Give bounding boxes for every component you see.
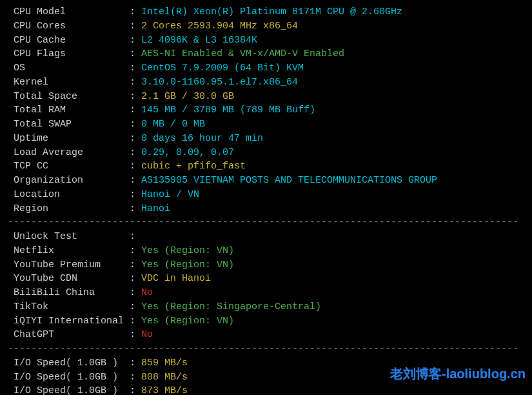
system-row: CPU Flags : AES-NI Enabled & VM-x/AMD-V … [8,47,524,61]
section-divider: ----------------------------------------… [8,342,524,356]
system-row: Organization : AS135905 VIETNAM POSTS AN… [8,174,524,188]
field-value: No [141,287,153,298]
colon-separator: : [130,6,141,17]
system-row: Location : Hanoi / VN [8,188,524,202]
field-value: CentOS 7.9.2009 (64 Bit) KVM [141,63,304,74]
colon-separator: : [130,21,141,32]
colon-separator: : [130,273,141,284]
field-value: 2.1 GB / 30.0 GB [141,91,234,102]
unlock-row: YouTube CDN : VDC in Hanoi [8,272,524,286]
colon-separator: : [130,63,141,74]
colon-separator: : [130,161,141,172]
field-label: Netflix [8,245,130,256]
colon-separator: : [130,385,141,395]
field-value: 3.10.0-1160.95.1.el7.x86_64 [141,77,298,88]
field-value: Yes (Region: VN) [141,316,234,327]
unlock-row: ChatGPT : No [8,328,524,342]
field-value: 145 MB / 3789 MB (789 MB Buff) [141,105,315,116]
system-row: OS : CentOS 7.9.2009 (64 Bit) KVM [8,61,524,76]
field-label: Organization [8,175,130,186]
field-label: iQIYI International [8,316,130,327]
colon-separator: : [130,203,141,214]
unlock-header: Unlock Test : [8,230,524,244]
field-label: I/O Speed( 1.0GB ) [8,358,130,369]
field-value: Yes (Region: Singapore-Central) [141,301,321,312]
field-label: Unlock Test [8,231,130,242]
colon-separator: : [130,287,141,298]
field-value: Yes (Region: VN) [141,245,234,256]
field-label: Total Space [8,91,130,102]
terminal-output: CPU Model : Intel(R) Xeon(R) Platinum 81… [8,5,524,395]
field-value: 808 MB/s [141,372,188,383]
colon-separator: : [130,105,141,116]
field-label: YouTube Premium [8,259,130,270]
field-value: Hanoi / VN [141,189,199,200]
field-value: Yes (Region: VN) [141,259,234,270]
section-divider: ----------------------------------------… [8,216,524,230]
io-row: I/O Speed( 1.0GB ) : 873 MB/s [8,384,524,395]
field-label: CPU Flags [8,48,130,59]
field-value: cubic + pfifo_fast [141,161,246,172]
colon-separator: : [130,316,141,327]
field-value: No [141,329,153,340]
system-row: Kernel : 3.10.0-1160.95.1.el7.x86_64 [8,76,524,90]
colon-separator: : [130,329,141,340]
field-value: Intel(R) Xeon(R) Platinum 8171M CPU @ 2.… [141,6,402,17]
field-label: TCP CC [8,161,130,172]
system-row: Total Space : 2.1 GB / 30.0 GB [8,90,524,104]
system-row: TCP CC : cubic + pfifo_fast [8,159,524,174]
field-label: Location [8,189,130,200]
field-value: VDC in Hanoi [141,273,211,284]
colon-separator: : [130,372,141,383]
colon-separator: : [130,231,141,242]
field-value: 0 days 16 hour 47 min [141,133,263,144]
system-row: CPU Cache : L2 4096K & L3 16384K [8,34,524,48]
field-value: AES-NI Enabled & VM-x/AMD-V Enabled [141,48,344,59]
io-row: I/O Speed( 1.0GB ) : 808 MB/s [8,370,524,385]
colon-separator: : [130,189,141,200]
system-row: CPU Model : Intel(R) Xeon(R) Platinum 81… [8,5,524,19]
field-label: TikTok [8,301,130,312]
field-label: ChatGPT [8,329,130,340]
field-label: Total RAM [8,105,130,116]
field-label: CPU Cores [8,21,130,32]
colon-separator: : [130,245,141,256]
field-value: 0.29, 0.09, 0.07 [141,147,234,158]
system-row: Total RAM : 145 MB / 3789 MB (789 MB Buf… [8,103,524,117]
field-value: L2 4096K & L3 16384K [141,35,257,46]
colon-separator: : [130,301,141,312]
field-label: I/O Speed( 1.0GB ) [8,372,130,383]
colon-separator: : [130,147,141,158]
colon-separator: : [130,259,141,270]
colon-separator: : [130,77,141,88]
unlock-row: TikTok : Yes (Region: Singapore-Central) [8,300,524,314]
colon-separator: : [130,119,141,130]
field-value: 0 MB / 0 MB [141,119,205,130]
system-row: Region : Hanoi [8,202,524,216]
colon-separator: : [130,175,141,186]
field-label: Total SWAP [8,119,130,130]
colon-separator: : [130,35,141,46]
field-value: 2 Cores 2593.904 MHz x86_64 [141,21,298,32]
colon-separator: : [130,91,141,102]
colon-separator: : [130,133,141,144]
field-label: OS [8,63,130,74]
system-row: CPU Cores : 2 Cores 2593.904 MHz x86_64 [8,19,524,34]
colon-separator: : [130,48,141,59]
colon-separator: : [130,358,141,369]
field-label: BiliBili China [8,287,130,298]
field-label: Kernel [8,77,130,88]
system-row: Uptime : 0 days 16 hour 47 min [8,132,524,146]
field-label: CPU Cache [8,35,130,46]
io-row: I/O Speed( 1.0GB ) : 859 MB/s [8,356,524,370]
unlock-row: BiliBili China : No [8,286,524,300]
field-label: CPU Model [8,6,130,17]
unlock-row: Netflix : Yes (Region: VN) [8,244,524,258]
field-label: YouTube CDN [8,273,130,284]
field-label: I/O Speed( 1.0GB ) [8,385,130,395]
field-label: Region [8,203,130,214]
field-label: Load Average [8,147,130,158]
field-value: AS135905 VIETNAM POSTS AND TELECOMMUNICA… [141,175,437,186]
field-label: Uptime [8,133,130,144]
unlock-row: YouTube Premium : Yes (Region: VN) [8,258,524,272]
